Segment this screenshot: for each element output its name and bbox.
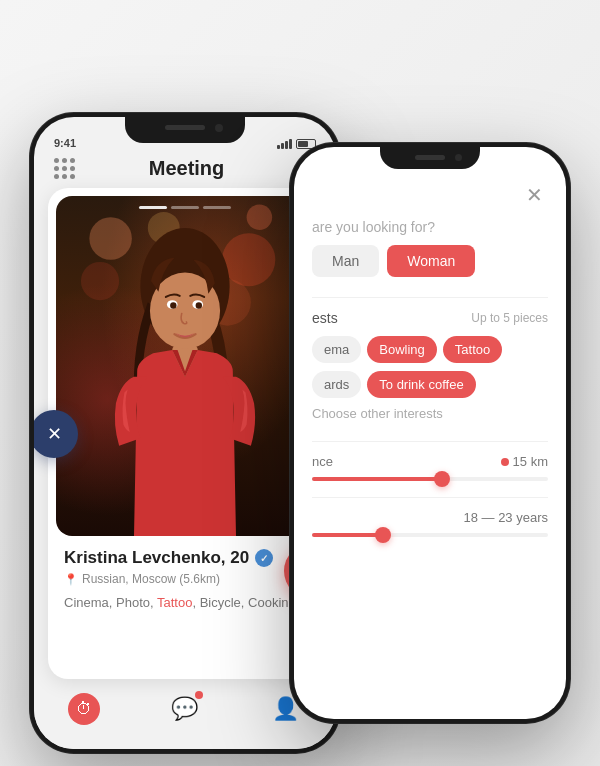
woman-button[interactable]: Woman bbox=[387, 245, 475, 277]
interests-tags-row2: ards To drink coffee bbox=[312, 371, 548, 398]
distance-text: 15 km bbox=[513, 454, 548, 469]
dots-menu-icon[interactable] bbox=[54, 158, 75, 179]
man-button[interactable]: Man bbox=[312, 245, 379, 277]
svg-point-12 bbox=[196, 302, 202, 308]
nav-timer[interactable]: ⏱ bbox=[64, 689, 104, 729]
svg-point-3 bbox=[247, 205, 273, 231]
timer-icon: ⏱ bbox=[68, 693, 100, 725]
photo-dot-2 bbox=[171, 206, 199, 209]
gender-buttons: Man Woman bbox=[312, 245, 548, 277]
profile-name-row: Kristina Levchenko, 20 ✓ bbox=[64, 548, 306, 568]
svg-point-11 bbox=[170, 302, 176, 308]
profile-interests: Cinema, Photo, Tattoo, Bicycle, Cooking bbox=[64, 594, 306, 612]
photo-dot-3 bbox=[203, 206, 231, 209]
tag-tattoo[interactable]: Tattoo bbox=[443, 336, 502, 363]
camera-back bbox=[455, 154, 462, 161]
distance-slider-header: nce 15 km bbox=[312, 454, 548, 469]
profile-photo-bg bbox=[56, 196, 314, 536]
speaker-back bbox=[415, 155, 445, 160]
distance-slider-section: nce 15 km bbox=[312, 454, 548, 481]
distance-thumb[interactable] bbox=[434, 471, 450, 487]
looking-prefix: are you looking for? bbox=[312, 219, 435, 235]
divider-1 bbox=[312, 297, 548, 298]
age-track[interactable] bbox=[312, 533, 548, 537]
interests-tags-row1: ema Bowling Tattoo bbox=[312, 336, 548, 363]
distance-label: nce bbox=[312, 454, 333, 469]
reject-icon: ✕ bbox=[47, 423, 62, 445]
location-pin-icon: 📍 bbox=[64, 573, 78, 586]
svg-point-4 bbox=[81, 262, 119, 300]
svg-point-0 bbox=[89, 217, 132, 260]
camera-front bbox=[215, 124, 223, 132]
clock-icon: ⏱ bbox=[76, 700, 92, 718]
age-slider-section: 18 — 23 years bbox=[312, 510, 548, 537]
interests-header: ests Up to 5 pieces bbox=[312, 310, 548, 326]
tag-cinema[interactable]: ema bbox=[312, 336, 361, 363]
filter-content: are you looking for? Man Woman ests Up t… bbox=[294, 219, 566, 719]
tag-cards[interactable]: ards bbox=[312, 371, 361, 398]
looking-for-label: are you looking for? bbox=[312, 219, 548, 235]
divider-3 bbox=[312, 497, 548, 498]
interest-tattoo: Tattoo bbox=[157, 595, 192, 610]
close-icon: ✕ bbox=[526, 183, 543, 207]
profile-photo bbox=[56, 196, 314, 536]
nav-chat[interactable]: 💬 bbox=[165, 689, 205, 729]
divider-2 bbox=[312, 441, 548, 442]
check-icon: ✓ bbox=[260, 553, 268, 564]
interests-section: ests Up to 5 pieces ema Bowling Tattoo a… bbox=[312, 310, 548, 421]
woman-svg bbox=[56, 196, 314, 536]
chat-icon: 💬 bbox=[171, 696, 198, 722]
distance-track[interactable] bbox=[312, 477, 548, 481]
photo-dot-1 bbox=[139, 206, 167, 209]
signal-icon bbox=[277, 139, 292, 149]
tag-bowling[interactable]: Bowling bbox=[367, 336, 437, 363]
profile-location: 📍 Russian, Moscow (5.6km) bbox=[64, 572, 306, 586]
profile-info: Kristina Levchenko, 20 ✓ 📍 Russian, Mosc… bbox=[48, 536, 322, 620]
notch-back bbox=[380, 147, 480, 169]
page-title: Meeting bbox=[75, 157, 298, 180]
age-range-text: 18 — 23 years bbox=[463, 510, 548, 525]
location-text: Russian, Moscow (5.6km) bbox=[82, 572, 220, 586]
status-icons bbox=[277, 139, 316, 149]
profile-card: ✕ ✓ bbox=[48, 188, 322, 679]
verified-badge: ✓ bbox=[255, 549, 273, 567]
age-thumb[interactable] bbox=[375, 527, 391, 543]
age-fill bbox=[312, 533, 383, 537]
speaker-front bbox=[165, 125, 205, 130]
tag-coffee[interactable]: To drink coffee bbox=[367, 371, 475, 398]
interests-limit: Up to 5 pieces bbox=[471, 311, 548, 325]
distance-value: 15 km bbox=[501, 454, 548, 469]
interests-title: ests bbox=[312, 310, 338, 326]
profile-name: Kristina Levchenko, 20 bbox=[64, 548, 249, 568]
distance-fill bbox=[312, 477, 442, 481]
svg-point-1 bbox=[222, 233, 275, 286]
phone-back: ✕ are you looking for? Man Woman bbox=[290, 143, 570, 723]
choose-other-link[interactable]: Choose other interests bbox=[312, 406, 548, 421]
age-slider-header: 18 — 23 years bbox=[312, 510, 548, 525]
chat-badge bbox=[195, 691, 203, 699]
notch-front bbox=[125, 117, 245, 143]
back-header: ✕ bbox=[294, 177, 566, 219]
distance-pin-icon bbox=[501, 458, 509, 466]
time-display: 9:41 bbox=[54, 137, 76, 149]
close-button[interactable]: ✕ bbox=[520, 181, 548, 209]
photo-indicators bbox=[139, 206, 231, 209]
